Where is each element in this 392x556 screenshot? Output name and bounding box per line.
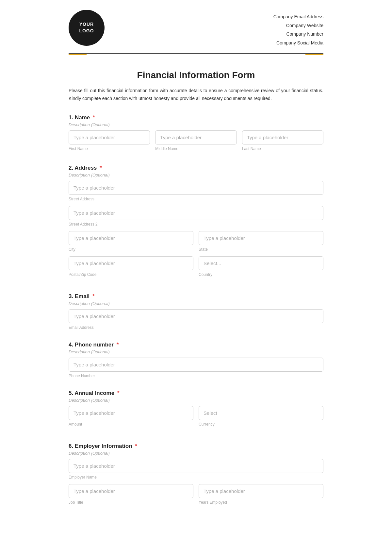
- section-email-desc: Description (Optional): [69, 301, 323, 306]
- country-select[interactable]: Select...: [199, 256, 323, 270]
- section-name-title: 1. Name *: [69, 114, 323, 121]
- phone-wrapper: Phone Number: [69, 358, 323, 378]
- section-name-desc: Description (Optional): [69, 122, 323, 127]
- email-wrapper: Email Address: [69, 309, 323, 330]
- phone-input[interactable]: [69, 358, 323, 372]
- first-name-input[interactable]: [69, 130, 150, 144]
- required-indicator-address: *: [100, 165, 102, 171]
- city-label: City: [69, 247, 193, 252]
- section-name: 1. Name * Description (Optional) First N…: [69, 114, 323, 153]
- street-address-wrapper: Street Address: [69, 181, 323, 201]
- middle-name-input[interactable]: [155, 130, 237, 144]
- street-address2-label: Street Address 2: [69, 222, 323, 227]
- company-number-text: Company Number: [273, 30, 323, 39]
- job-title-wrapper: Job Title: [69, 484, 193, 505]
- amount-wrapper: Amount: [69, 406, 193, 427]
- company-info: Company Email Address Company Website Co…: [273, 10, 323, 47]
- state-input[interactable]: [199, 231, 323, 245]
- required-indicator-income: *: [117, 390, 120, 396]
- zip-wrapper: Postal/Zip Code: [69, 256, 193, 277]
- job-title-label: Job Title: [69, 500, 193, 505]
- zip-country-row: Postal/Zip Code Select... Country: [69, 256, 323, 281]
- last-name-input[interactable]: [242, 130, 323, 144]
- section-employer-title: 6. Employer Information *: [69, 443, 323, 449]
- middle-name-label: Middle Name: [155, 146, 237, 151]
- section-email: 3. Email * Description (Optional) Email …: [69, 293, 323, 330]
- job-title-input[interactable]: [69, 484, 193, 498]
- section-phone-desc: Description (Optional): [69, 349, 323, 354]
- years-employed-input[interactable]: [199, 484, 323, 498]
- email-input[interactable]: [69, 309, 323, 323]
- company-social-text: Company Social Media: [273, 39, 323, 47]
- street-address2-wrapper: Street Address 2: [69, 206, 323, 227]
- country-wrapper: Select... Country: [199, 256, 323, 277]
- company-website-text: Company Website: [273, 21, 323, 30]
- section-address-title: 2. Address *: [69, 165, 323, 171]
- accent-line-left: [69, 54, 87, 55]
- section-phone: 4. Phone number * Description (Optional)…: [69, 342, 323, 378]
- section-income-title: 5. Annual Income *: [69, 390, 323, 396]
- company-email-text: Company Email Address: [273, 12, 323, 21]
- currency-wrapper: Select Currency: [199, 406, 323, 427]
- email-address-label: Email Address: [69, 325, 323, 330]
- job-years-row: Job Title Years Employed: [69, 484, 323, 509]
- years-employed-wrapper: Years Employed: [199, 484, 323, 505]
- country-label: Country: [199, 272, 323, 277]
- city-state-row: City State: [69, 231, 323, 256]
- section-phone-title: 4. Phone number *: [69, 342, 323, 348]
- city-input[interactable]: [69, 231, 193, 245]
- main-content: Financial Information Form Please fill o…: [49, 54, 343, 541]
- street-address-label: Street Address: [69, 197, 323, 201]
- city-wrapper: City: [69, 231, 193, 252]
- first-name-group: First Name: [69, 130, 150, 151]
- middle-name-group: Middle Name: [155, 130, 237, 151]
- currency-select[interactable]: Select: [199, 406, 323, 420]
- zip-label: Postal/Zip Code: [69, 272, 193, 277]
- section-income-desc: Description (Optional): [69, 398, 323, 403]
- section-address-desc: Description (Optional): [69, 173, 323, 177]
- form-title: Financial Information Form: [69, 70, 323, 80]
- section-employer: 6. Employer Information * Description (O…: [69, 443, 323, 509]
- income-row: Amount Select Currency: [69, 406, 323, 431]
- state-label: State: [199, 247, 323, 252]
- required-indicator-email: *: [92, 293, 95, 299]
- required-indicator-employer: *: [135, 443, 137, 449]
- employer-name-label: Employer Name: [69, 475, 323, 480]
- last-name-label: Last Name: [242, 146, 323, 151]
- employer-name-input[interactable]: [69, 459, 323, 473]
- page-header: YOUR LOGO Company Email Address Company …: [49, 0, 343, 47]
- zip-input[interactable]: [69, 256, 193, 270]
- header-divider: [69, 53, 323, 54]
- section-income: 5. Annual Income * Description (Optional…: [69, 390, 323, 431]
- first-name-label: First Name: [69, 146, 150, 151]
- phone-number-label: Phone Number: [69, 374, 323, 378]
- accent-line-right: [305, 54, 323, 55]
- last-name-group: Last Name: [242, 130, 323, 151]
- state-wrapper: State: [199, 231, 323, 252]
- company-logo: YOUR LOGO: [69, 10, 105, 46]
- section-address: 2. Address * Description (Optional) Stre…: [69, 165, 323, 281]
- section-email-title: 3. Email *: [69, 293, 323, 300]
- years-employed-label: Years Employed: [199, 500, 323, 505]
- currency-label: Currency: [199, 422, 323, 427]
- street-address2-input[interactable]: [69, 206, 323, 220]
- employer-name-wrapper: Employer Name: [69, 459, 323, 480]
- required-indicator: *: [93, 114, 95, 121]
- income-amount-input[interactable]: [69, 406, 193, 420]
- street-address-input[interactable]: [69, 181, 323, 195]
- section-employer-desc: Description (Optional): [69, 451, 323, 456]
- form-description: Please fill out this financial informati…: [69, 87, 323, 103]
- name-fields-row: First Name Middle Name Last Name: [69, 130, 323, 153]
- amount-label: Amount: [69, 422, 193, 427]
- required-indicator-phone: *: [117, 342, 119, 348]
